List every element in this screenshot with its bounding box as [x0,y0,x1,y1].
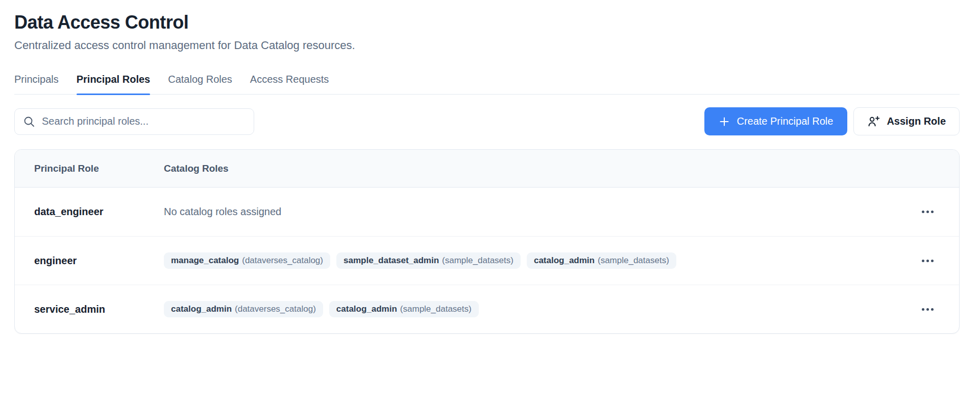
column-header-principal-role: Principal Role [34,163,164,174]
catalog-role-badge: catalog_admin(sample_datasets) [329,301,479,317]
catalog-role-badge: sample_dataset_admin(sample_datasets) [336,252,521,269]
tab-principal-roles[interactable]: Principal Roles [77,74,151,94]
data-access-control-page: Data Access Control Centralized access c… [14,11,960,334]
search-box [14,108,254,135]
badge-catalog-name: (sample_datasets) [442,255,513,266]
assign-role-button[interactable]: Assign Role [853,107,960,135]
toolbar-actions: Create Principal Role Assign Role [704,107,960,135]
row-menu-button[interactable] [921,206,935,217]
principal-role-name: service_admin [34,304,164,315]
user-plus-icon [867,115,880,128]
row-menu-button[interactable] [921,255,935,266]
badge-role-name: sample_dataset_admin [344,255,439,266]
no-catalog-roles-text: No catalog roles assigned [164,206,904,218]
catalog-role-badge: catalog_admin(sample_datasets) [527,252,676,269]
badge-catalog-name: (dataverses_catalog) [235,304,316,314]
toolbar: Create Principal Role Assign Role [14,107,960,135]
tabs: PrincipalsPrincipal RolesCatalog RolesAc… [14,74,960,95]
page-title: Data Access Control [14,11,960,34]
badge-catalog-name: (sample_datasets) [598,255,669,266]
plus-icon [719,116,730,127]
table-row: data_engineerNo catalog roles assigned [15,188,959,236]
catalog-role-badge: manage_catalog(dataverses_catalog) [164,252,330,269]
badge-catalog-name: (sample_datasets) [400,304,472,314]
badge-role-name: catalog_admin [171,304,232,314]
principal-role-name: data_engineer [34,206,164,218]
catalog-role-badge: catalog_admin(dataverses_catalog) [164,301,323,317]
create-principal-role-button[interactable]: Create Principal Role [704,107,847,135]
principal-roles-table: Principal Role Catalog Roles data_engine… [14,149,960,334]
tab-access-requests[interactable]: Access Requests [250,74,329,94]
table-header-row: Principal Role Catalog Roles [15,150,959,188]
table-body: data_engineerNo catalog roles assigneden… [15,188,959,333]
badge-role-name: catalog_admin [534,255,595,266]
page-subtitle: Centralized access control management fo… [14,38,960,53]
search-input[interactable] [42,115,247,127]
badge-role-name: manage_catalog [171,255,239,266]
assign-role-label: Assign Role [887,115,946,127]
table-row: engineermanage_catalog(dataverses_catalo… [15,236,959,285]
table-row: service_admincatalog_admin(dataverses_ca… [15,285,959,333]
principal-role-name: engineer [34,255,164,267]
catalog-role-badges: catalog_admin(dataverses_catalog)catalog… [164,301,904,317]
tab-catalog-roles[interactable]: Catalog Roles [168,74,232,94]
search-icon [23,115,35,128]
column-header-catalog-roles: Catalog Roles [164,163,904,174]
badge-catalog-name: (dataverses_catalog) [242,255,323,266]
create-principal-role-label: Create Principal Role [737,115,833,127]
catalog-role-badges: manage_catalog(dataverses_catalog)sample… [164,252,904,269]
row-menu-button[interactable] [921,304,935,315]
badge-role-name: catalog_admin [336,304,397,314]
tab-principals[interactable]: Principals [14,74,59,94]
